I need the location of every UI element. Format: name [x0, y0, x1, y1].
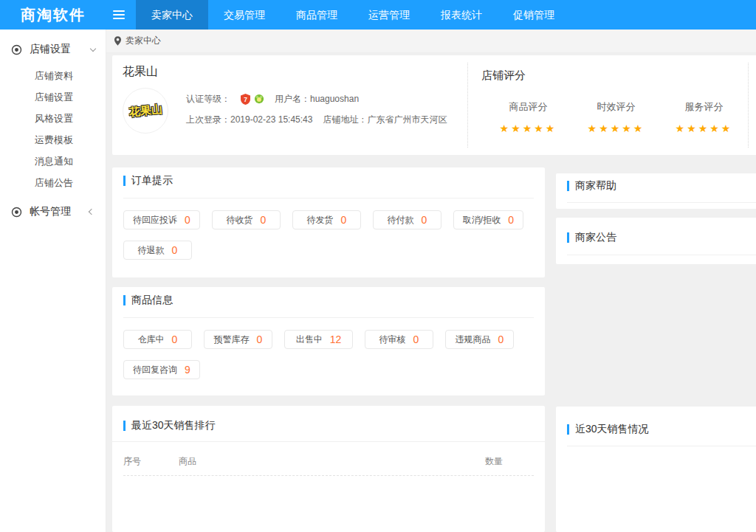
column-index: 序号 — [123, 455, 179, 468]
last-login-value: 2019-02-23 15:45:43 — [230, 114, 312, 125]
merchant-notice-title: 商家公告 — [575, 231, 616, 244]
count-badge: 0 — [172, 244, 178, 256]
pending-audit-button[interactable]: 待审核 0 — [365, 330, 433, 349]
app-window: 商淘软件 卖家中心 交易管理 商品管理 运营管理 报表统计 促销管理 店铺设置 … — [0, 0, 756, 532]
section-accent-bar — [567, 232, 569, 243]
count-badge: 0 — [257, 334, 263, 345]
section-accent-bar — [123, 176, 126, 186]
sidebar-group-shop-settings[interactable]: 店铺设置 — [0, 35, 106, 63]
rating-title: 店铺评分 — [481, 69, 748, 83]
order-tips-title: 订单提示 — [131, 174, 173, 187]
store-info-card: 花果山 花果山 认证等级： 7 — [112, 55, 756, 155]
pending-receipt-button[interactable]: 待收货 0 — [212, 210, 281, 229]
goods-info-title: 商品信息 — [131, 294, 173, 307]
pending-shipment-button[interactable]: 待发货 0 — [292, 210, 361, 229]
sales-status-card: 近30天销售情况 — [556, 407, 756, 532]
address-label: 店铺地址： — [323, 114, 367, 126]
merchant-help-card: 商家帮助 — [556, 173, 756, 209]
dot-circle-icon — [11, 207, 22, 218]
sidebar-item-style-settings[interactable]: 风格设置 — [35, 108, 106, 129]
chevron-left-icon — [89, 209, 94, 215]
count-badge: 0 — [185, 214, 190, 226]
sidebar-group-label: 店铺设置 — [30, 43, 71, 56]
merchant-help-title: 商家帮助 — [575, 179, 616, 193]
star-rating: ★★★★★ — [500, 122, 557, 134]
chevron-down-icon — [90, 45, 96, 51]
sidebar-item-shop-announcement[interactable]: 店铺公告 — [35, 172, 106, 193]
username-label: 用户名： — [275, 93, 310, 106]
section-accent-bar — [567, 181, 569, 191]
pending-payment-button[interactable]: 待付款 0 — [373, 210, 441, 229]
last-login-label: 上次登录： — [186, 114, 230, 126]
rating-goods: 商品评分 ★★★★★ — [500, 100, 557, 134]
sidebar-group-account-management[interactable]: 帐号管理 — [0, 198, 106, 226]
sales-rank-title: 最近30天销售排行 — [131, 419, 216, 432]
cancel-reject-button[interactable]: 取消/拒收 0 — [453, 210, 523, 229]
pending-complaint-button[interactable]: 待回应投诉 0 — [123, 210, 200, 229]
section-accent-bar — [567, 424, 569, 435]
dot-circle-icon — [11, 44, 22, 55]
sales-status-title: 近30天销售情况 — [575, 423, 649, 436]
address-value: 广东省广州市天河区 — [367, 114, 447, 126]
store-logo-avatar: 花果山 — [123, 88, 168, 134]
nav-operation-management[interactable]: 运营管理 — [353, 0, 425, 30]
nav-trade-management[interactable]: 交易管理 — [208, 0, 281, 30]
store-logo-text: 花果山 — [128, 102, 163, 120]
top-header: 商淘软件 卖家中心 交易管理 商品管理 运营管理 报表统计 促销管理 — [0, 0, 756, 30]
in-warehouse-button[interactable]: 仓库中 0 — [123, 330, 192, 349]
sidebar-item-shop-profile[interactable]: 店铺资料 — [35, 65, 106, 86]
nav-report-statistics[interactable]: 报表统计 — [425, 0, 498, 30]
cert-medal-icon — [254, 94, 264, 104]
pending-reply-button[interactable]: 待回复咨询 9 — [123, 360, 200, 379]
star-rating: ★★★★★ — [676, 122, 733, 134]
nav-seller-center[interactable]: 卖家中心 — [136, 0, 208, 30]
sidebar: 店铺设置 店铺资料 店铺设置 风格设置 运费模板 消息通知 店铺公告 帐号管理 — [0, 30, 106, 532]
top-nav: 卖家中心 交易管理 商品管理 运营管理 报表统计 促销管理 — [136, 0, 570, 30]
nav-goods-management[interactable]: 商品管理 — [281, 0, 353, 30]
menu-icon[interactable] — [106, 0, 131, 30]
cert-level-label: 认证等级： — [186, 93, 230, 106]
section-accent-bar — [123, 295, 126, 305]
sales-rank-table-header: 序号 商品 数量 — [112, 455, 545, 468]
sidebar-group-label: 帐号管理 — [30, 205, 71, 218]
nav-promotion-management[interactable]: 促销管理 — [498, 0, 570, 30]
sidebar-item-freight-template[interactable]: 运费模板 — [35, 129, 106, 151]
pending-refund-button[interactable]: 待退款 0 — [123, 241, 192, 260]
sales-rank-card: 最近30天销售排行 序号 商品 数量 — [112, 406, 545, 532]
store-details: 认证等级： 7 — [186, 88, 457, 134]
count-badge: 0 — [498, 334, 504, 345]
app-logo: 商淘软件 — [0, 5, 106, 25]
location-pin-icon — [114, 36, 122, 46]
count-badge: 9 — [185, 364, 190, 376]
store-rating-panel: 店铺评分 商品评分 ★★★★★ 时效评分 ★★★★★ 服务评分 — [467, 63, 749, 148]
cert-shield-icon: 7 — [241, 94, 250, 105]
merchant-notice-card: 商家公告 — [556, 218, 756, 264]
sidebar-submenu: 店铺资料 店铺设置 风格设置 运费模板 消息通知 店铺公告 — [0, 63, 106, 198]
count-badge: 0 — [260, 214, 266, 226]
breadcrumb: 卖家中心 — [106, 30, 756, 53]
count-badge: 0 — [421, 214, 427, 226]
violation-goods-button[interactable]: 违规商品 0 — [445, 330, 514, 349]
column-goods: 商品 — [179, 455, 485, 468]
on-sale-button[interactable]: 出售中 12 — [284, 330, 353, 349]
count-badge: 12 — [330, 334, 342, 345]
sidebar-item-shop-settings[interactable]: 店铺设置 — [35, 86, 106, 108]
breadcrumb-label: 卖家中心 — [126, 35, 161, 47]
goods-info-card: 商品信息 仓库中 0 预警库存 0 — [112, 287, 545, 395]
rating-service: 服务评分 ★★★★★ — [676, 100, 733, 134]
rating-timeliness: 时效评分 ★★★★★ — [588, 100, 645, 134]
count-badge: 0 — [172, 334, 178, 345]
svg-text:7: 7 — [244, 95, 247, 103]
content: 花果山 花果山 认证等级： 7 — [106, 53, 756, 532]
count-badge: 0 — [508, 214, 514, 226]
order-tips-card: 订单提示 待回应投诉 0 待收货 0 — [112, 167, 545, 277]
main-area: 卖家中心 花果山 花果山 认证等级： — [106, 30, 756, 532]
count-badge: 0 — [340, 214, 346, 226]
username-value: huaguoshan — [310, 94, 359, 104]
column-quantity: 数量 — [485, 455, 534, 468]
stock-warning-button[interactable]: 预警库存 0 — [204, 330, 272, 349]
count-badge: 0 — [413, 334, 419, 345]
star-rating: ★★★★★ — [588, 122, 645, 134]
sidebar-item-message-notify[interactable]: 消息通知 — [35, 151, 106, 172]
section-accent-bar — [123, 421, 126, 431]
